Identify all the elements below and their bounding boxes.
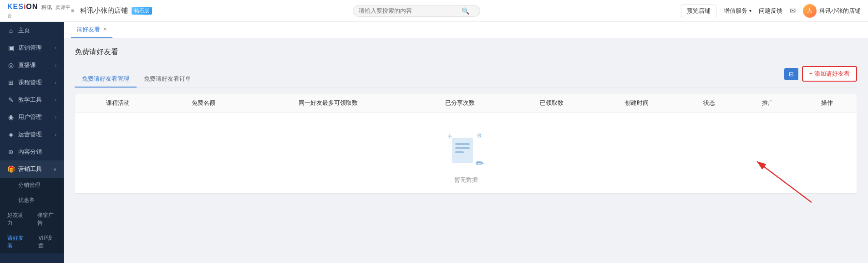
chevron-right-icon: › (55, 46, 56, 51)
empty-text: 暂无数据 (454, 176, 478, 184)
sidebar-item-home[interactable]: ⌂ 主页 (0, 22, 64, 39)
store-icon: ▣ (7, 44, 15, 52)
home-icon: ⌂ (7, 27, 15, 34)
store-title: 科讯小张的店铺 (80, 6, 128, 15)
sidebar-label-marketing: 营销工具 (18, 165, 50, 173)
sidebar: ⌂ 主页 ▣ 店铺管理 › ◎ 直播课 › ⊞ 课程管理 › ✎ 教学工具 › … (0, 22, 64, 263)
ops-icon: ◈ (7, 131, 15, 138)
top-header: KESiON 科讯 卖课平台 ≡ 科讯小张的店铺 钻石版 🔍 预览店铺 增值服务… (0, 0, 868, 22)
empty-illustration: + ⚙ (446, 131, 487, 172)
sidebar-sub-label-invite: 请好友看 (7, 235, 24, 249)
gear-icon: ⚙ (477, 132, 482, 139)
chevron-right-icon: › (55, 98, 56, 103)
sidebar-item-friend[interactable]: 好友助力 (0, 208, 34, 231)
sidebar-label-tools: 教学工具 (18, 96, 51, 104)
col-created: 创建时间 (594, 93, 680, 113)
inner-tab-orders-label: 免费请好友看订单 (144, 75, 191, 82)
page-title: 免费请好友看 (75, 47, 857, 57)
mail-icon[interactable]: ✉ (790, 6, 796, 15)
document-icon (452, 138, 473, 163)
filter-icon: ⊟ (789, 71, 794, 77)
data-table: 课程活动 免费名额 同一好友最多可领取数 已分享次数 已领取数 创建时间 状态 … (75, 93, 857, 194)
tab-invite-label: 请好友看 (76, 26, 100, 34)
tab-bar: 请好友看 ✕ (64, 22, 868, 38)
sidebar-item-coupon[interactable]: 优惠券 (0, 193, 64, 208)
sidebar-item-discount[interactable]: 分销管理 (0, 178, 64, 193)
users-icon: ◉ (7, 113, 15, 121)
logo: KESiON 科讯 卖课平台 (7, 3, 71, 19)
sidebar-item-live[interactable]: ◎ 直播课 › (0, 57, 64, 74)
sidebar-label-home: 主页 (18, 26, 56, 35)
search-input[interactable] (359, 7, 459, 14)
col-promo: 推广 (739, 93, 797, 113)
chevron-down-icon: ∨ (53, 167, 56, 172)
inner-tab-manage-label: 免费请好友看管理 (82, 75, 129, 82)
store-name-area: 科讯小张的店铺 钻石版 (80, 6, 152, 15)
sidebar-item-popup[interactable]: 弹窗广告 (34, 208, 64, 231)
empty-state: + ⚙ (75, 113, 857, 193)
sidebar-label-course: 课程管理 (18, 78, 51, 87)
page-content: 免费请好友看 免费请好友看管理 免费请好友看订单 ⊟ + 添加请好友看 (64, 38, 868, 263)
sidebar-sub-label-coupon: 优惠券 (18, 197, 35, 203)
col-shared: 已分享次数 (411, 93, 509, 113)
sidebar-item-vip[interactable]: VIP设置 (35, 231, 64, 253)
col-quota: 免费名额 (161, 93, 246, 113)
col-course: 课程活动 (75, 93, 161, 113)
sidebar-sub-label-vip: VIP设置 (38, 235, 52, 249)
col-status: 状态 (680, 93, 738, 113)
sidebar-label-users: 用户管理 (18, 113, 51, 121)
search-box: 🔍 (353, 5, 480, 17)
chevron-right-icon: › (55, 132, 56, 137)
diamond-badge: 钻石版 (132, 7, 152, 15)
value-service-menu[interactable]: 增值服务 ▾ (724, 7, 751, 15)
col-max-friend: 同一好友最多可领取数 (246, 93, 410, 113)
sidebar-sub-label-discount: 分销管理 (18, 182, 40, 188)
value-service-label: 增值服务 (724, 7, 747, 15)
chevron-right-icon: › (55, 63, 56, 68)
chevron-right-icon: › (55, 115, 56, 120)
chevron-down-icon: ▾ (749, 8, 751, 13)
live-icon: ◎ (7, 62, 15, 69)
menu-toggle-icon[interactable]: ≡ (71, 7, 75, 14)
course-icon: ⊞ (7, 79, 15, 86)
doc-line-2 (455, 147, 470, 149)
sidebar-label-content: 内容分销 (18, 148, 56, 156)
logo-area: KESiON 科讯 卖课平台 (7, 3, 71, 19)
search-icon[interactable]: 🔍 (462, 7, 469, 15)
content-icon: ⊕ (7, 148, 15, 155)
sidebar-item-tools[interactable]: ✎ 教学工具 › (0, 91, 64, 108)
preview-store-button[interactable]: 预览店铺 (681, 5, 716, 17)
sidebar-item-ops[interactable]: ◈ 运营管理 › (0, 126, 64, 143)
user-avatar-area[interactable]: 人 科讯小张的店铺 (803, 4, 861, 18)
add-invite-button[interactable]: + 添加请好友看 (802, 66, 857, 82)
doc-line-1 (455, 143, 470, 145)
marketing-icon: 🎁 (7, 165, 15, 173)
inner-tab-orders[interactable]: 免费请好友看订单 (137, 71, 198, 88)
sidebar-item-invite[interactable]: 请好友看 (0, 231, 35, 253)
tab-close-icon[interactable]: ✕ (103, 26, 107, 32)
sidebar-item-course[interactable]: ⊞ 课程管理 › (0, 74, 64, 91)
table-toolbar: ⊟ + 添加请好友看 (784, 66, 857, 82)
sidebar-item-store[interactable]: ▣ 店铺管理 › (0, 39, 64, 57)
user-name: 科讯小张的店铺 (819, 7, 861, 15)
feedback-link[interactable]: 问题反馈 (759, 7, 782, 15)
avatar: 人 (803, 4, 817, 18)
main-layout: ⌂ 主页 ▣ 店铺管理 › ◎ 直播课 › ⊞ 课程管理 › ✎ 教学工具 › … (0, 22, 868, 263)
header-actions: 预览店铺 增值服务 ▾ 问题反馈 ✉ 人 科讯小张的店铺 (681, 4, 861, 18)
sidebar-item-content[interactable]: ⊕ 内容分销 (0, 143, 64, 160)
col-claimed: 已领取数 (509, 93, 594, 113)
avatar-image: 人 (803, 4, 817, 18)
inner-tab-manage[interactable]: 免费请好友看管理 (75, 71, 137, 88)
sidebar-item-marketing[interactable]: 🎁 营销工具 ∨ (0, 160, 64, 178)
tab-invite[interactable]: 请好友看 ✕ (71, 22, 112, 38)
header-search: 🔍 (152, 5, 681, 17)
doc-line-3 (455, 151, 464, 153)
filter-button[interactable]: ⊟ (784, 68, 798, 80)
content-area: 请好友看 ✕ 免费请好友看 免费请好友看管理 免费请好友看订单 (64, 22, 868, 263)
chevron-right-icon: › (55, 80, 56, 85)
sidebar-item-users[interactable]: ◉ 用户管理 › (0, 108, 64, 126)
sidebar-sub-label-popup: 弹窗广告 (37, 212, 54, 226)
tools-icon: ✎ (7, 96, 15, 103)
sidebar-label-live: 直播课 (18, 61, 51, 69)
pencil-icon: ✏ (476, 158, 484, 170)
